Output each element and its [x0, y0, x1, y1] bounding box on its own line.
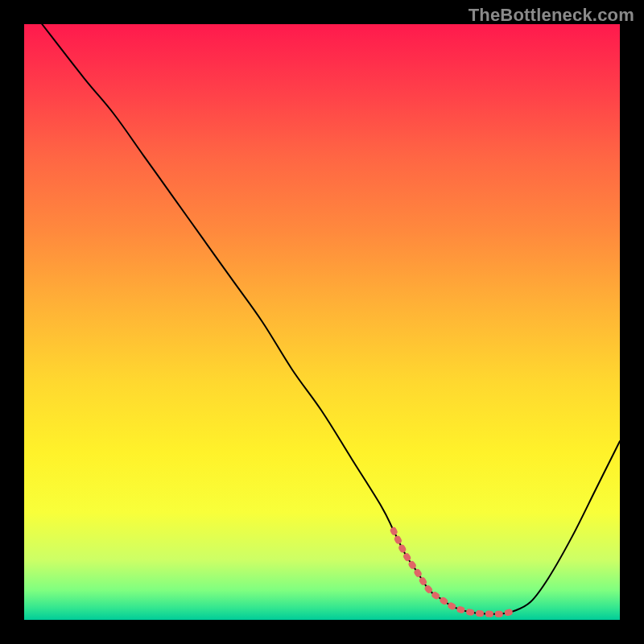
chart-svg	[24, 24, 620, 620]
chart-frame: TheBottleneck.com	[0, 0, 644, 644]
plot-area	[24, 24, 620, 620]
watermark-text: TheBottleneck.com	[469, 5, 634, 26]
